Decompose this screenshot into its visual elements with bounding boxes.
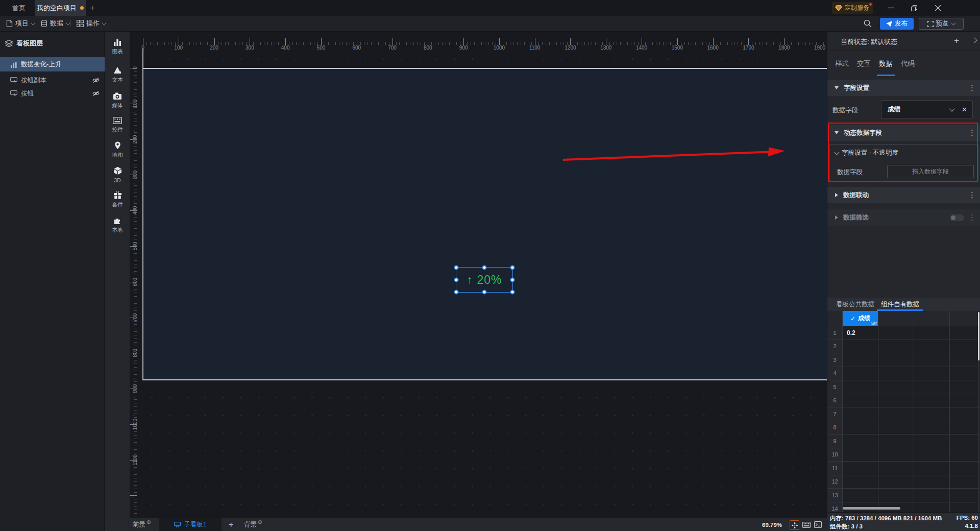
toolbar-item-kit[interactable]: 套件 <box>105 188 130 211</box>
toolbar-item-widgets[interactable]: 控件 <box>105 113 130 137</box>
table-cell[interactable] <box>914 380 950 394</box>
table-cell[interactable] <box>914 367 950 381</box>
table-cell[interactable] <box>914 394 950 408</box>
tab-interaction[interactable]: 交互 <box>857 56 871 71</box>
table-cell[interactable] <box>950 502 979 513</box>
resize-handle-s[interactable] <box>482 290 487 295</box>
table-cell[interactable] <box>914 421 950 435</box>
table-column-header[interactable] <box>878 311 914 326</box>
foreground-button[interactable]: 前景⊕ <box>133 518 151 531</box>
more-options-icon[interactable]: ⋮ <box>968 213 976 222</box>
table-cell[interactable] <box>843 353 878 367</box>
toolbar-item-media[interactable]: 媒体 <box>105 89 130 112</box>
add-subboard-button[interactable]: + <box>229 518 233 531</box>
table-cell[interactable] <box>843 435 878 448</box>
more-options-icon[interactable]: ⋮ <box>968 128 976 137</box>
collapse-icon[interactable] <box>835 131 839 134</box>
table-cell[interactable] <box>878 394 914 408</box>
zoom-level[interactable]: 69.79% <box>762 518 782 531</box>
vertical-scrollbar[interactable] <box>978 312 979 360</box>
tab-home[interactable]: 首页 <box>5 0 33 16</box>
table-cell[interactable] <box>843 462 878 475</box>
table-cell[interactable] <box>878 448 914 462</box>
section-dynamic-fields[interactable]: 动态数据字段 ⋮ <box>827 125 980 141</box>
minimize-button[interactable] <box>879 0 902 16</box>
add-foreground-icon[interactable]: ⊕ <box>146 519 151 525</box>
tab-data[interactable]: 数据 <box>879 56 893 71</box>
layer-item-button-copy[interactable]: 按钮副本 <box>0 74 105 87</box>
tab-board-shared-data[interactable]: 看板公共数据 <box>836 298 874 311</box>
table-cell[interactable] <box>950 340 979 354</box>
restore-button[interactable] <box>902 0 926 16</box>
add-background-icon[interactable]: ⊕ <box>258 519 262 525</box>
table-cell[interactable] <box>843 380 878 394</box>
table-cell[interactable] <box>950 407 979 421</box>
expand-icon[interactable] <box>835 215 838 220</box>
design-surface[interactable] <box>143 68 827 380</box>
table-cell[interactable] <box>878 353 914 367</box>
table-cell[interactable] <box>914 502 950 513</box>
table-cell[interactable]: 0.2 <box>843 326 878 340</box>
table-column-header[interactable] <box>950 311 979 326</box>
expand-icon[interactable] <box>835 193 838 197</box>
resize-handle-e[interactable] <box>510 278 515 282</box>
table-cell[interactable] <box>950 367 979 381</box>
table-cell[interactable] <box>914 407 950 421</box>
toolbar-item-3d[interactable]: 3D <box>105 163 130 186</box>
table-cell[interactable] <box>878 421 914 435</box>
table-column-header[interactable] <box>914 311 950 326</box>
table-cell[interactable] <box>843 489 878 502</box>
table-cell[interactable] <box>878 340 914 354</box>
tab-style[interactable]: 样式 <box>835 56 849 71</box>
drag-field-dropzone[interactable]: 拖入数据字段 <box>887 165 974 178</box>
more-options-icon[interactable]: ⋮ <box>968 83 976 92</box>
table-cell[interactable] <box>950 421 979 435</box>
console-button[interactable] <box>814 520 822 529</box>
visibility-off-icon[interactable] <box>92 77 100 83</box>
clear-field-icon[interactable]: ✕ <box>962 106 967 113</box>
table-cell[interactable] <box>843 394 878 408</box>
table-cell[interactable] <box>950 462 979 475</box>
chevron-down-icon[interactable] <box>949 106 954 111</box>
table-cell[interactable] <box>914 448 950 462</box>
table-cell[interactable] <box>914 475 950 489</box>
table-cell[interactable] <box>950 435 979 448</box>
new-tab-button[interactable]: + <box>90 0 95 16</box>
table-cell[interactable] <box>950 489 979 502</box>
table-cell[interactable] <box>878 326 914 340</box>
table-cell[interactable] <box>914 489 950 502</box>
menu-project[interactable]: 项目 <box>6 16 35 31</box>
table-cell[interactable] <box>878 407 914 421</box>
visibility-off-icon[interactable] <box>92 90 100 96</box>
data-filter-toggle[interactable] <box>950 214 964 221</box>
subboard-tab[interactable]: 子看板1 <box>159 518 222 531</box>
resize-handle-se[interactable] <box>510 290 515 295</box>
table-cell[interactable] <box>914 435 950 448</box>
resize-handle-ne[interactable] <box>510 266 515 270</box>
table-cell[interactable] <box>950 380 979 394</box>
shortcut-keys-button[interactable] <box>802 520 811 529</box>
preview-button[interactable]: 预览 <box>919 18 964 30</box>
search-button[interactable] <box>864 19 872 28</box>
menu-data[interactable]: 数据 <box>41 16 70 31</box>
table-cell[interactable] <box>914 340 950 354</box>
table-column-header[interactable]: ✓成绩Str <box>843 311 878 326</box>
resize-handle-nw[interactable] <box>454 266 459 270</box>
layer-item-data-change[interactable]: 数据变化-上升 <box>0 57 105 71</box>
table-cell[interactable] <box>878 462 914 475</box>
table-cell[interactable] <box>950 353 979 367</box>
menu-action[interactable]: 操作 <box>77 16 106 31</box>
table-cell[interactable] <box>843 421 878 435</box>
table-cell[interactable] <box>878 380 914 394</box>
table-cell[interactable] <box>914 353 950 367</box>
data-field-dropdown[interactable]: 成绩 ✕ <box>881 100 973 118</box>
canvas-area[interactable]: 0100200300400500600700800900100011001200… <box>130 32 827 518</box>
tab-project[interactable]: 我的空白项目 <box>35 0 86 16</box>
more-options-icon[interactable]: ⋮ <box>968 190 976 200</box>
resize-handle-n[interactable] <box>482 266 487 270</box>
toolbar-item-charts[interactable]: 图表 <box>105 35 130 58</box>
table-cell[interactable] <box>878 489 914 502</box>
opacity-group-header[interactable]: 字段设置 - 不透明度 <box>835 149 898 157</box>
add-state-button[interactable]: + <box>954 36 959 46</box>
table-cell[interactable] <box>878 435 914 448</box>
